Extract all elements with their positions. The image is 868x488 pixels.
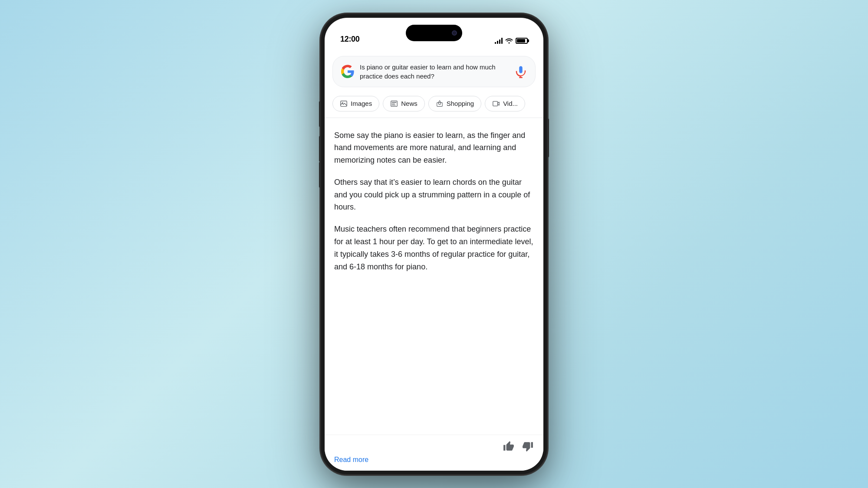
svg-rect-7 [493, 101, 498, 106]
shopping-icon [436, 100, 444, 108]
thumbs-down-button[interactable] [522, 440, 534, 452]
read-more-link[interactable]: Read more [334, 456, 368, 463]
search-bar[interactable]: Is piano or guitar easier to learn and h… [332, 56, 536, 87]
answer-content: Some say the piano is easier to learn, a… [325, 122, 543, 291]
tab-videos[interactable]: Vid... [485, 96, 525, 111]
images-icon [340, 100, 348, 108]
main-content: Is piano or guitar easier to learn and h… [325, 48, 543, 471]
tab-shopping-label: Shopping [447, 100, 474, 107]
answer-paragraph-1: Some say the piano is easier to learn, a… [334, 129, 534, 167]
phone-frame: 12:00 [321, 14, 547, 474]
bottom-actions: Read more [325, 435, 543, 471]
svg-rect-3 [392, 102, 397, 103]
tab-shopping[interactable]: Shopping [428, 96, 481, 111]
tab-images-label: Images [351, 100, 372, 107]
svg-rect-4 [392, 104, 395, 104]
camera-dot [452, 30, 457, 36]
signal-bar-3 [499, 39, 500, 44]
battery-fill [517, 39, 525, 43]
tab-videos-label: Vid... [503, 100, 518, 107]
battery-icon [516, 38, 528, 44]
filter-tabs: Images News [325, 94, 543, 118]
dynamic-island [406, 25, 462, 41]
tab-images[interactable]: Images [332, 96, 379, 111]
status-time: 12:00 [340, 35, 360, 44]
phone-screen: 12:00 [325, 18, 543, 471]
content-divider [325, 118, 543, 118]
signal-bar-4 [501, 38, 503, 44]
status-icons [495, 38, 528, 44]
search-query-text: Is piano or guitar easier to learn and h… [360, 62, 509, 81]
signal-bar-1 [495, 42, 496, 44]
news-icon [390, 100, 398, 108]
mic-icon[interactable] [514, 65, 527, 78]
answer-paragraph-2: Others say that it’s easier to learn cho… [334, 176, 534, 213]
wifi-icon [505, 38, 513, 44]
tab-news[interactable]: News [383, 96, 425, 111]
signal-bars-icon [495, 38, 503, 44]
google-logo [341, 65, 355, 79]
phone-wrapper: 12:00 [321, 14, 547, 474]
answer-paragraph-3: Music teachers often recommend that begi… [334, 223, 534, 273]
videos-icon [492, 100, 500, 108]
feedback-row [334, 440, 534, 452]
svg-rect-5 [392, 105, 396, 105]
tab-news-label: News [401, 100, 418, 107]
signal-bar-2 [497, 41, 498, 44]
thumbs-up-button[interactable] [503, 440, 515, 452]
